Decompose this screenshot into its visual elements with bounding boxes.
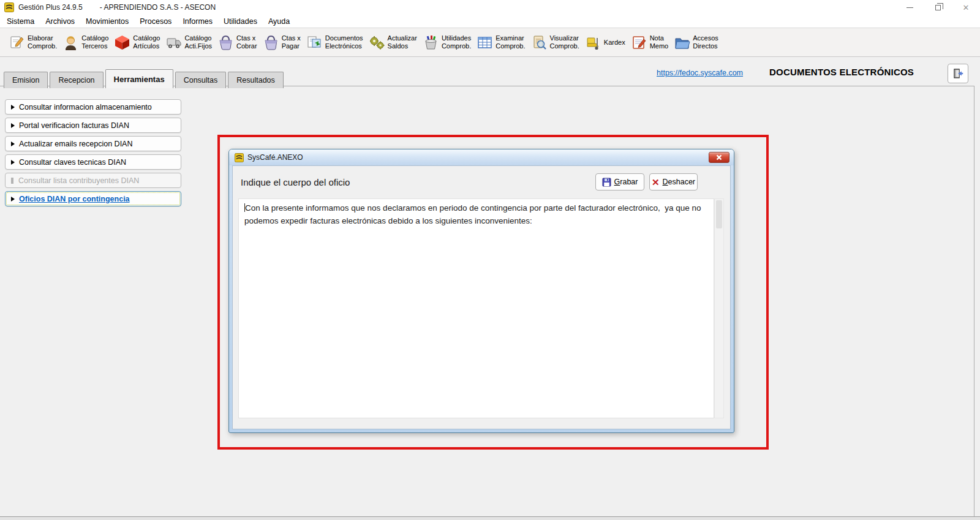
menu-utilidades[interactable]: Utilidades (218, 17, 263, 26)
minimize-icon (907, 7, 913, 8)
window-title-company: - APRENDIENDO S.A.S - ASECON (100, 3, 216, 12)
deshacer-button[interactable]: ✕ Deshacer (649, 173, 698, 190)
sidebar-actualizar-emails-recepcion-dian[interactable]: Actualizar emails recepcion DIAN (5, 136, 181, 151)
menu-archivos[interactable]: Archivos (40, 17, 80, 26)
play-icon (11, 197, 15, 202)
sidebar-consultar-informacion-almacenamiento[interactable]: Consultar informacion almacenamiento (5, 99, 181, 115)
person-icon (62, 34, 79, 51)
edit-document-icon (9, 34, 25, 51)
tools-bucket-icon (423, 34, 439, 51)
close-button[interactable]: ✕ (952, 0, 980, 15)
textarea-scrollbar[interactable] (714, 198, 724, 418)
toolbar-ctas-pagar[interactable]: Ctas xPagar (263, 34, 301, 51)
grid-table-icon (477, 34, 493, 51)
toolbar-elaborar-comprob[interactable]: ElaborarComprob. (9, 34, 57, 51)
documentos-electronicos-title: DOCUMENTOS ELECTRÓNICOS (769, 67, 914, 77)
toolbar-catalogo-articulos[interactable]: CatálogoArtículos (114, 34, 160, 51)
purse-icon (263, 34, 279, 51)
document-search-icon (531, 34, 548, 51)
hand-truck-icon (585, 34, 601, 51)
window-title-app: Gestión Plus 24.9.5 (18, 3, 83, 12)
menu-ayuda[interactable]: Ayuda (263, 17, 295, 26)
syscafe-logo-icon (235, 153, 244, 162)
toolbar-utilidades-comprob[interactable]: UtilidadesComprob. (423, 34, 471, 51)
menu-movimientos[interactable]: Movimientos (80, 17, 134, 26)
restore-button[interactable] (924, 0, 952, 15)
dialog-titlebar[interactable]: SysCafé.ANEXO (229, 149, 734, 165)
tab-herramientas[interactable]: Herramientas (105, 69, 173, 88)
play-icon (11, 105, 15, 110)
toolbar-catalogo-actifijos[interactable]: CatálogoActi.Fijos (165, 34, 212, 51)
syscafe-anexo-dialog: SysCafé.ANEXO Indique el cuerpo del ofic… (228, 149, 734, 433)
minimize-button[interactable] (895, 0, 924, 15)
toolbar-documentos-electronicos[interactable]: DocumentosElectrónicos (306, 34, 363, 51)
tab-resultados[interactable]: Resultados (228, 72, 284, 88)
toolbar-ctas-cobrar[interactable]: Ctas xCobrar (217, 34, 257, 51)
toolbar-visualizar-comprob[interactable]: VisualizarComprob. (531, 34, 579, 51)
tab-recepcion[interactable]: Recepcion (50, 72, 103, 88)
disabled-bar-icon (11, 178, 13, 184)
toolbar-catalogo-terceros[interactable]: CatálogoTerceros (62, 34, 108, 51)
exit-button[interactable] (948, 64, 968, 83)
menu-informes[interactable]: Informes (177, 17, 218, 26)
sidebar-consultar-lista-contribuyentes-dian: Consultar lista contribuyentes DIAN (5, 173, 181, 188)
oficio-body-textarea[interactable]: Con la presente informamos que nos decla… (238, 198, 714, 418)
scrollbar-thumb[interactable] (716, 200, 722, 228)
toolbar-examinar-comprob[interactable]: ExaminarComprob. (477, 34, 525, 51)
dialog-body: Indique el cuerpo del oficio Grabar ✕ De… (232, 165, 731, 429)
dialog-prompt-label: Indique el cuerpo del oficio (241, 177, 350, 187)
close-icon: ✕ (963, 4, 970, 12)
purse-icon (217, 34, 234, 51)
close-x-icon (716, 154, 722, 160)
toolbar-actualizar-saldos[interactable]: ActualizarSaldos (369, 34, 417, 51)
grabar-button[interactable]: Grabar (595, 173, 644, 190)
main-toolbar: ElaborarComprob. CatálogoTerceros Catálo… (0, 28, 980, 57)
red-cube-icon (114, 34, 130, 51)
fedoc-link[interactable]: https://fedoc.syscafe.com (657, 69, 743, 77)
folder-icon (674, 34, 690, 51)
undo-x-icon: ✕ (652, 178, 660, 187)
dialog-title: SysCafé.ANEXO (247, 153, 303, 162)
window-titlebar: Gestión Plus 24.9.5 - APRENDIENDO S.A.S … (0, 0, 980, 15)
toolbar-accesos-directos[interactable]: AccesosDirectos (674, 34, 718, 51)
play-icon (11, 160, 15, 165)
sidebar-portal-verificacion-facturas-dian[interactable]: Portal verificacion facturas DIAN (5, 118, 181, 133)
toolbar-kardex[interactable]: Kardex (585, 34, 625, 51)
sidebar-consultar-claves-tecnicas-dian[interactable]: Consultar claves tecnicas DIAN (5, 154, 181, 170)
restore-icon (935, 5, 941, 10)
note-edit-icon (631, 34, 647, 51)
gears-icon (369, 34, 385, 51)
save-floppy-icon (602, 178, 611, 187)
exit-door-icon (952, 67, 964, 80)
sidebar-oficios-dian-por-contingencia[interactable]: Oficios DIAN por contingencia (5, 191, 181, 206)
menu-sistema[interactable]: Sistema (1, 17, 40, 26)
app-logo-icon (4, 2, 14, 12)
menu-procesos[interactable]: Procesos (134, 17, 177, 26)
play-icon (11, 123, 15, 128)
toolbar-nota-memo[interactable]: NotaMemo (631, 34, 669, 51)
document-sync-icon (306, 34, 323, 51)
tab-emision[interactable]: Emision (4, 72, 48, 88)
menu-bar: Sistema Archivos Movimientos Procesos In… (0, 15, 980, 28)
tab-consultas[interactable]: Consultas (175, 72, 227, 88)
truck-icon (165, 34, 182, 51)
bottom-edge (0, 516, 980, 520)
play-icon (11, 141, 15, 146)
tab-bar: Emision Recepcion Herramientas Consultas… (4, 69, 285, 88)
dialog-close-button[interactable] (709, 152, 729, 163)
